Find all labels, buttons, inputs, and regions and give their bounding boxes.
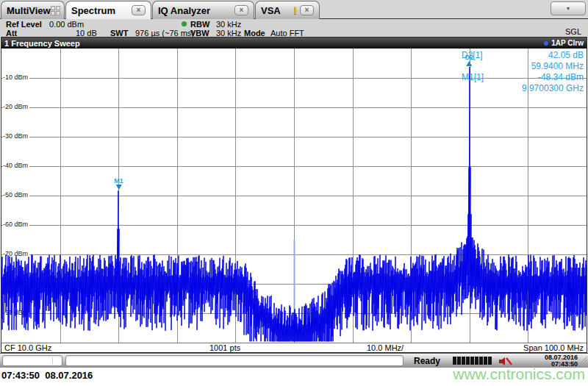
warning-icon: ! — [293, 4, 297, 16]
marker-readout-name: D2[1] — [462, 50, 497, 61]
progress-segment — [484, 357, 487, 365]
channel-settings-bar: Ref Level 0.00 dBm Att 10 dB SWT 976 µs … — [0, 19, 588, 37]
progress-segment — [453, 357, 456, 365]
rbw-value[interactable]: 30 kHz — [216, 20, 241, 29]
marker-m1-label: M1 — [114, 177, 123, 185]
rbw-label[interactable]: RBW — [190, 20, 209, 29]
window-title: 1 Frequency Sweep — [4, 39, 80, 48]
screenshot-timestamp: 07:43:50 08.07.2016 — [1, 370, 93, 381]
trace-mode-label: 1AP Clrw — [551, 39, 584, 47]
single-sweep-badge: SGL — [565, 27, 581, 36]
tab-multiview[interactable]: MultiView — [1, 1, 65, 19]
ready-status: Ready — [414, 356, 440, 366]
tab-iq-analyzer-label: IQ Analyzer — [158, 5, 210, 16]
marker-m1[interactable]: M1 — [114, 177, 123, 190]
status-message-field[interactable] — [65, 355, 404, 366]
per-division-label: 10.0 MHz/ — [367, 343, 404, 352]
progress-segment — [462, 357, 465, 365]
ref-level-value[interactable]: 0.00 dBm — [49, 20, 84, 29]
spectrum-analyzer-screen: MultiView Spectrum × IQ Analyzer × VSA !… — [0, 0, 588, 386]
marker-readout-level: -48.34 dBm — [506, 72, 584, 83]
tab-list-dropdown-button[interactable]: ▼ — [551, 1, 586, 15]
spectrum-plot-area: -10 dBm-20 dBm-30 dBm-40 dBm-50 dBm-60 d… — [1, 49, 587, 343]
tab-vsa-label: VSA — [261, 5, 281, 16]
tab-spectrum-label: Spectrum — [71, 5, 115, 16]
marker-down-triangle-icon — [115, 185, 121, 190]
x-axis-bar: CF 10.0 GHz 1001 pts 10.0 MHz/ Span 100.… — [1, 343, 587, 352]
close-icon[interactable]: × — [234, 5, 248, 15]
progress-segment — [466, 357, 470, 365]
tab-vsa[interactable]: VSA ! × — [255, 1, 320, 19]
trace-color-dot-icon — [544, 41, 548, 46]
center-frequency-label[interactable]: CF 10.0 GHz — [4, 343, 51, 352]
close-icon[interactable]: × — [132, 5, 146, 15]
marker-readout-freq: 59.9400 MHz — [506, 61, 584, 72]
marker-readout-name: M1[1] — [462, 72, 497, 83]
ref-level-label[interactable]: Ref Level — [6, 20, 42, 29]
window-title-bar[interactable]: 1 Frequency Sweep 1AP Clrw — [1, 37, 587, 49]
marker-readout-level: 42.05 dB — [506, 50, 584, 61]
tab-spectrum[interactable]: Spectrum × — [65, 1, 151, 19]
measurement-window: 1 Frequency Sweep 1AP Clrw -10 dBm-20 dB… — [1, 37, 587, 353]
progress-segment — [475, 357, 478, 365]
close-icon[interactable]: × — [300, 5, 314, 15]
tab-multiview-label: MultiView — [7, 5, 51, 16]
multiview-grid-icon — [51, 6, 60, 15]
progress-segment — [470, 357, 474, 365]
sweep-progress-bar — [453, 357, 492, 365]
marker-readout[interactable]: D2[1] 42.05 dB 59.9400 MHz M1[1] -48.34 … — [462, 50, 584, 94]
sweep-points-label: 1001 pts — [209, 343, 240, 352]
channel-tab-bar: MultiView Spectrum × IQ Analyzer × VSA !… — [0, 0, 588, 19]
marker-readout-freq: 9.9700300 GHz — [506, 83, 584, 94]
watermark: www.cntronics.com — [453, 365, 585, 383]
tab-iq-analyzer[interactable]: IQ Analyzer × — [152, 1, 254, 19]
progress-segment — [479, 357, 483, 365]
status-field-small[interactable] — [2, 355, 62, 366]
span-label[interactable]: Span 100.0 MHz — [523, 343, 584, 352]
progress-segment — [488, 357, 492, 365]
trace-info[interactable]: 1AP Clrw — [544, 39, 584, 47]
measurement-status-indicator — [182, 21, 187, 26]
progress-segment — [457, 357, 461, 365]
